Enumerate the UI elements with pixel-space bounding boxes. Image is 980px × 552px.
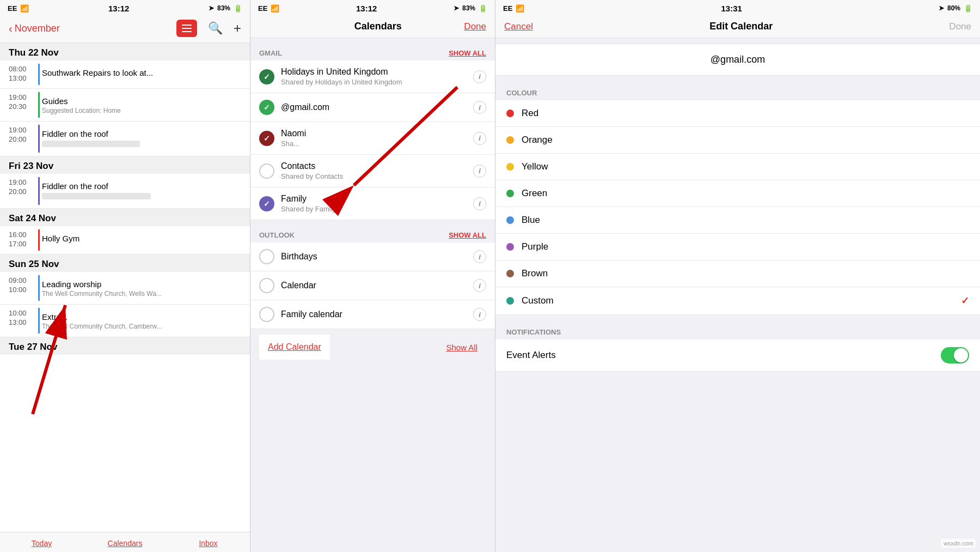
info-icon-naomi[interactable]: i (473, 132, 486, 145)
list-item[interactable]: ✓ Family Shared by Family i (250, 187, 495, 220)
calendar-check-gmail[interactable]: ✓ (259, 100, 274, 115)
calendar-check-holidays[interactable]: ✓ (259, 69, 274, 84)
calendar-subtitle: Shared by Contacts (281, 172, 467, 180)
calendar-check-naomi[interactable]: ✓ (259, 131, 274, 146)
list-item[interactable]: Calendar i (250, 271, 495, 300)
list-item[interactable]: ✓ @gmail.com i (250, 93, 495, 122)
tab-today[interactable]: Today (0, 537, 83, 550)
list-item[interactable]: Contacts Shared by Contacts i (250, 155, 495, 187)
list-item[interactable]: Birthdays i (250, 242, 495, 271)
info-icon-family-cal[interactable]: i (473, 308, 486, 321)
status-right-3: ➤ 80% 🔋 (939, 4, 972, 13)
calendar-info-family: Family Shared by Family (281, 194, 467, 213)
status-left-1: EE 📶 (8, 4, 29, 13)
event-end-time: 13:00 (9, 74, 34, 82)
event-title: Fiddler on the roof (42, 129, 246, 138)
event-title: Guides (42, 96, 246, 106)
status-bar-3: EE 📶 13:31 ➤ 80% 🔋 (495, 0, 980, 15)
status-left-3: EE 📶 (503, 4, 524, 13)
edit-done-button[interactable]: Done (949, 21, 971, 32)
event-end-time: 17:00 (9, 240, 34, 248)
battery-icon-1: 🔋 (234, 4, 242, 13)
calendar-check-family-cal[interactable] (259, 307, 274, 322)
day-header-sat: Sat 24 Nov (0, 209, 250, 226)
bottom-actions: Add Calendar Show All (250, 329, 495, 365)
email-display: @gmail.com (710, 54, 765, 65)
table-row[interactable]: 16:00 17:00 Holly Gym (0, 226, 250, 254)
table-row[interactable]: 10:00 13:00 Extra... The Well Community … (0, 305, 250, 337)
event-time-col: 19:00 20:30 (0, 89, 38, 121)
outlook-label: OUTLOOK (259, 231, 295, 239)
calendar-name: Contacts (281, 161, 467, 171)
event-blurred (42, 141, 140, 147)
list-item[interactable]: Yellow (495, 154, 980, 180)
search-button[interactable]: 🔍 (208, 21, 223, 35)
outlook-show-all-btn[interactable]: SHOW ALL (449, 231, 486, 239)
brown-colour-dot (506, 270, 514, 277)
time-3: 13:31 (721, 4, 742, 13)
info-icon-family[interactable]: i (473, 197, 486, 210)
list-item[interactable]: Family calendar i (250, 300, 495, 329)
calendar-check-calendar[interactable] (259, 278, 274, 293)
event-content: Guides Suggested Location: Home (38, 92, 250, 118)
calendar-name: Family calendar (281, 310, 467, 319)
show-all-bottom-link[interactable]: Show All (437, 337, 486, 357)
list-item[interactable]: Green (495, 180, 980, 207)
list-item[interactable]: Orange (495, 127, 980, 154)
colour-list: Red Orange Yellow Green (495, 100, 980, 315)
event-time-col: 10:00 13:00 (0, 305, 38, 337)
colour-name-red: Red (522, 108, 969, 119)
info-icon-calendar[interactable]: i (473, 279, 486, 292)
calendar-header: ‹ November 🔍 + (0, 15, 250, 43)
list-view-button[interactable] (176, 20, 197, 37)
tab-inbox[interactable]: Inbox (167, 537, 250, 550)
add-calendar-button[interactable]: Add Calendar (259, 335, 330, 360)
cancel-button[interactable]: Cancel (504, 21, 533, 32)
info-icon-gmail[interactable]: i (473, 101, 486, 114)
calendar-check-contacts[interactable] (259, 163, 274, 179)
event-alerts-toggle[interactable] (941, 347, 969, 363)
calendars-done-button[interactable]: Done (464, 21, 486, 32)
day-header-fri: Fri 23 Nov (0, 156, 250, 174)
gmail-show-all-btn[interactable]: SHOW ALL (449, 49, 486, 57)
event-content: Southwark Repairs to look at... (38, 64, 250, 85)
calendar-subtitle: Shared by Holidays in United Kingdom (281, 78, 467, 86)
list-item[interactable]: Purple (495, 234, 980, 260)
purple-colour-dot (506, 243, 514, 251)
table-row[interactable]: 08:00 13:00 Southwark Repairs to look at… (0, 60, 250, 89)
table-row[interactable]: 19:00 20:30 Guides Suggested Location: H… (0, 89, 250, 122)
calendar-tabbar: Today Calendars Inbox (0, 532, 250, 552)
calendar-info-holidays: Holidays in United Kingdom Shared by Hol… (281, 67, 467, 86)
list-item[interactable]: Brown (495, 260, 980, 287)
info-icon-contacts[interactable]: i (473, 165, 486, 178)
back-november-btn[interactable]: ‹ November (9, 22, 60, 35)
notifications-section: NOTIFICATIONS Event Alerts (495, 324, 980, 372)
tab-calendars[interactable]: Calendars (83, 537, 167, 550)
table-row[interactable]: 09:00 10:00 Leading worship The Well Com… (0, 272, 250, 305)
table-row[interactable]: 19:00 20:00 Fiddler on the roof (0, 122, 250, 156)
calendar-check-family[interactable]: ✓ (259, 196, 274, 211)
event-title: Holly Gym (42, 234, 246, 243)
event-start-time: 10:00 (9, 309, 34, 317)
list-item[interactable]: ✓ Holidays in United Kingdom Shared by H… (250, 60, 495, 93)
table-row[interactable]: 19:00 20:00 Fiddler on the roof (0, 174, 250, 209)
event-start-time: 08:00 (9, 65, 34, 73)
outlook-calendars-list: Birthdays i Calendar i Family calendar i (250, 242, 495, 329)
november-link[interactable]: November (15, 23, 60, 34)
notifications-list: Event Alerts (495, 339, 980, 372)
battery-pct-3: 80% (947, 4, 960, 12)
event-time-col: 19:00 20:00 (0, 174, 38, 208)
list-lines-icon (182, 25, 192, 32)
checkmark-icon: ✓ (264, 103, 270, 112)
info-icon-birthdays[interactable]: i (473, 250, 486, 263)
event-end-time: 20:30 (9, 102, 34, 111)
calendar-check-birthdays[interactable] (259, 249, 274, 264)
list-item[interactable]: Custom ✓ (495, 287, 980, 315)
list-item[interactable]: ✓ Naomi Sha... i (250, 122, 495, 155)
blue-colour-dot (506, 216, 514, 224)
list-item[interactable]: Blue (495, 207, 980, 234)
info-icon-holidays[interactable]: i (473, 70, 486, 83)
outlook-section-header: OUTLOOK SHOW ALL (250, 225, 495, 242)
list-item[interactable]: Red (495, 100, 980, 127)
add-event-button[interactable]: + (234, 21, 241, 36)
